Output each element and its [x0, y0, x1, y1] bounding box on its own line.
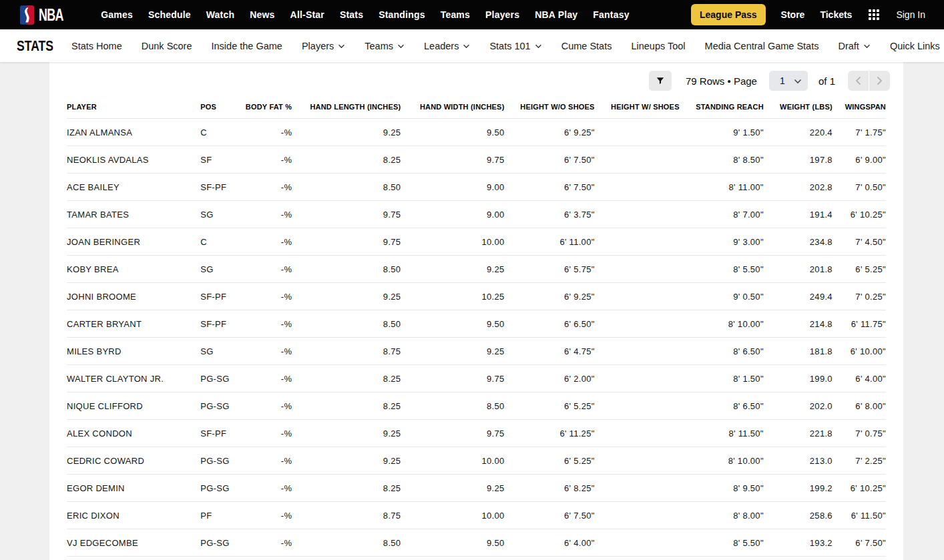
cell-hand_length_in: 8.50: [292, 174, 401, 201]
stats-logo[interactable]: STATS: [17, 37, 50, 55]
cell-weight_lbs: 234.8: [764, 228, 833, 256]
column-header-weight_lbs[interactable]: WEIGHT (LBS): [764, 94, 833, 119]
sub-nav-item-cume-stats[interactable]: Cume Stats: [561, 41, 612, 51]
sub-nav-item-label: Lineups Tool: [631, 41, 685, 51]
column-header-height_w_shoes[interactable]: HEIGHT W/ SHOES: [595, 94, 680, 119]
top-nav-item-news[interactable]: News: [247, 5, 277, 24]
top-nav-item-all-star[interactable]: All-Star: [288, 5, 327, 24]
app-grid-icon[interactable]: [867, 8, 881, 21]
cell-wingspan: 6' 8.00": [833, 392, 886, 420]
cell-height_w_shoes: [595, 201, 680, 228]
sub-nav-item-stats-home[interactable]: Stats Home: [71, 41, 122, 51]
column-header-pos[interactable]: POS: [200, 94, 242, 119]
player-name-link[interactable]: ERIC DIXON: [67, 502, 200, 529]
player-name-link[interactable]: ACE BAILEY: [67, 174, 200, 201]
top-nav-item-players[interactable]: Players: [483, 5, 522, 24]
cell-pos: SF-PF: [200, 174, 242, 201]
league-pass-button[interactable]: League Pass: [691, 4, 766, 25]
cell-standing_reach: 8' 6.50": [680, 338, 764, 365]
sub-nav-item-leaders[interactable]: Leaders: [424, 41, 470, 51]
player-name-link[interactable]: MILES BYRD: [67, 338, 200, 365]
top-nav-item-nba-play[interactable]: NBA Play: [532, 5, 580, 24]
sub-nav-item-quick-links[interactable]: Quick Links: [890, 41, 940, 51]
player-name-link[interactable]: JOAN BERINGER: [67, 228, 200, 256]
page-next-button[interactable]: [869, 71, 890, 91]
player-name-link[interactable]: WALTER CLAYTON JR.: [67, 365, 200, 392]
column-header-player[interactable]: PLAYER: [67, 94, 200, 119]
player-name-link[interactable]: EGOR DEMIN: [67, 475, 200, 502]
sub-nav-item-stats-101[interactable]: Stats 101: [489, 41, 541, 51]
cell-height_wo_shoes: 6' 4.75": [505, 338, 595, 365]
cell-pos: SF-PF: [200, 310, 242, 338]
player-name-link[interactable]: NEOKLIS AVDALAS: [67, 146, 200, 174]
cell-hand_length_in: 8.25: [292, 146, 401, 174]
table-row: MILES BYRDSG-%8.759.256' 4.75"8' 6.50"18…: [67, 338, 886, 365]
rows-page-text: 79 Rows • Page: [686, 75, 757, 87]
top-nav-right: League Pass Store Tickets Sign In: [691, 4, 925, 25]
column-header-hand_width_in[interactable]: HAND WIDTH (INCHES): [401, 94, 504, 119]
column-header-hand_length_in[interactable]: HAND LENGTH (INCHES): [292, 94, 401, 119]
cell-weight_lbs: 220.4: [764, 119, 833, 146]
sub-nav-item-label: Stats Home: [71, 41, 122, 51]
cell-body_fat_pct: -%: [242, 310, 292, 338]
cell-wingspan: 6' 11.75": [833, 310, 886, 338]
cell-body_fat_pct: -%: [242, 420, 292, 447]
sign-in-link[interactable]: Sign In: [896, 9, 925, 20]
player-name-link[interactable]: CEDRIC COWARD: [67, 447, 200, 475]
player-name-link[interactable]: ALEX CONDON: [67, 420, 200, 447]
top-nav-item-teams[interactable]: Teams: [438, 5, 473, 24]
player-name-link[interactable]: VJ EDGECOMBE: [67, 529, 200, 557]
nba-logo[interactable]: NBA: [20, 5, 73, 25]
cell-height_w_shoes: [595, 447, 680, 475]
cell-pos: PG-SG: [200, 365, 242, 392]
column-header-body_fat_pct[interactable]: BODY FAT %: [242, 94, 292, 119]
pagination: [848, 71, 890, 91]
sub-nav-item-dunk-score[interactable]: Dunk Score: [142, 41, 192, 51]
column-header-standing_reach[interactable]: STANDING REACH: [680, 94, 764, 119]
sub-nav-item-label: Cume Stats: [561, 41, 612, 51]
sub-nav-item-inside-the-game[interactable]: Inside the Game: [212, 41, 282, 51]
player-name-link[interactable]: IZAN ALMANSA: [67, 119, 200, 146]
column-header-height_wo_shoes[interactable]: HEIGHT W/O SHOES: [505, 94, 595, 119]
player-name-link[interactable]: JOHNI BROOME: [67, 283, 200, 310]
cell-standing_reach: 8' 9.50": [680, 475, 764, 502]
sub-nav-item-draft[interactable]: Draft: [838, 41, 870, 51]
top-nav-item-standings[interactable]: Standings: [376, 5, 427, 24]
chevron-down-icon: [794, 79, 802, 84]
column-header-wingspan[interactable]: WINGSPAN: [833, 94, 886, 119]
tickets-link[interactable]: Tickets: [820, 9, 852, 20]
cell-height_w_shoes: [595, 283, 680, 310]
content-card: 79 Rows • Page 1 of 1 PLAYERPOSBODY FAT …: [49, 62, 903, 560]
player-name-link[interactable]: NIQUE CLIFFORD: [67, 392, 200, 420]
cell-standing_reach: 8' 8.00": [680, 502, 764, 529]
page-prev-button[interactable]: [848, 71, 869, 91]
page-select[interactable]: 1: [769, 71, 808, 91]
sub-nav-item-media-central-game-stats[interactable]: Media Central Game Stats: [705, 41, 819, 51]
table-row: IZAN ALMANSAC-%9.259.506' 9.25"9' 1.50"2…: [67, 119, 886, 146]
top-nav-item-schedule[interactable]: Schedule: [146, 5, 194, 24]
cell-weight_lbs: 213.0: [764, 447, 833, 475]
top-nav-item-stats[interactable]: Stats: [337, 5, 366, 24]
player-name-link[interactable]: TAMAR BATES: [67, 201, 200, 228]
table-row: CARTER BRYANTSF-PF-%8.509.506' 6.50"8' 1…: [67, 310, 886, 338]
cell-height_wo_shoes: 6' 5.25": [505, 447, 595, 475]
sub-nav-item-lineups-tool[interactable]: Lineups Tool: [631, 41, 685, 51]
filter-button[interactable]: [649, 71, 672, 91]
sub-nav-item-teams[interactable]: Teams: [365, 41, 405, 51]
top-nav-item-fantasy[interactable]: Fantasy: [590, 5, 632, 24]
cell-wingspan: 6' 5.25": [833, 256, 886, 283]
top-nav-item-watch[interactable]: Watch: [204, 5, 237, 24]
filter-icon: [656, 76, 665, 85]
cell-body_fat_pct: -%: [242, 502, 292, 529]
store-link[interactable]: Store: [781, 9, 805, 20]
cell-body_fat_pct: -%: [242, 529, 292, 557]
player-name-link[interactable]: KOBY BREA: [67, 256, 200, 283]
cell-hand_length_in: 9.25: [292, 447, 401, 475]
top-nav-item-games[interactable]: Games: [98, 5, 136, 24]
player-name-link[interactable]: CARTER BRYANT: [67, 310, 200, 338]
cell-wingspan: 6' 9.00": [833, 146, 886, 174]
sub-nav-item-players[interactable]: Players: [302, 41, 345, 51]
cell-weight_lbs: 221.8: [764, 420, 833, 447]
table-row: ACE BAILEYSF-PF-%8.509.006' 7.50"8' 11.0…: [67, 174, 886, 201]
cell-pos: PG-SG: [200, 475, 242, 502]
